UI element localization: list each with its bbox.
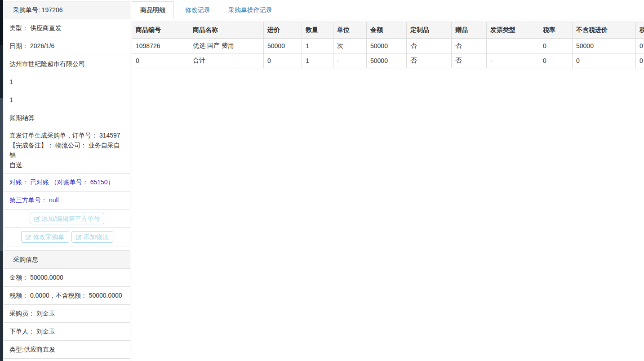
col-header-customized: 定制品 bbox=[407, 22, 452, 39]
cell-price-excl-tax: 50000 bbox=[573, 39, 636, 53]
col-header-amount: 金额 bbox=[367, 22, 407, 39]
nav-strip-segment bbox=[0, 0, 3, 45]
modify-purchase-order-button[interactable]: 修改采购单 bbox=[21, 231, 69, 243]
reconciliation-link[interactable]: 对账： 已对账 （对账单号： 65150） bbox=[4, 174, 130, 192]
cell-customized: 否 bbox=[407, 39, 452, 53]
col-header-product-name: 商品名称 bbox=[189, 22, 264, 39]
purchase-order-page: 采购单号: 197206 类型： 供应商直发 日期： 2026/1/6 达州市世… bbox=[0, 0, 644, 361]
edit-icon bbox=[34, 216, 40, 222]
cell-tax-amount: 0 bbox=[636, 53, 644, 68]
order-sidebar: 采购单号: 197206 类型： 供应商直发 日期： 2026/1/6 达州市世… bbox=[4, 0, 130, 361]
edit-icon bbox=[76, 234, 82, 240]
edit-third-party-number-button[interactable]: 添加/编辑第三方单号 bbox=[30, 213, 105, 224]
order-number-header: 采购单号: 197206 bbox=[4, 1, 130, 19]
goods-table-header-row: 商品编号 商品名称 进价 数量 单位 金额 定制品 赠品 发票类型 税率 不含税… bbox=[132, 22, 644, 39]
supplier-name-row: 达州市世纪隆超市有限公司 bbox=[4, 55, 130, 73]
goods-table-total-row: 0 合计 0 1 - 50000 否 否 - 0 0 0 bbox=[132, 53, 644, 68]
col-header-invoice-type: 发票类型 bbox=[487, 22, 539, 39]
order-remark-row: 直发订单生成采购单，订单号： 314597 【完成备注】： 物流公司： 业务自采… bbox=[4, 127, 130, 174]
tax-amount-row: 税额： 0.0000，不含税额： 50000.0000 bbox=[4, 287, 130, 305]
quantity-row: 1 bbox=[4, 73, 130, 91]
edit-third-party-number-label: 添加/编辑第三方单号 bbox=[42, 214, 100, 223]
goods-table-row: 1098726 优选 国产 费用 50000 1 次 50000 否 否 0 5… bbox=[132, 39, 644, 53]
order-actions-button-row: 修改采购单 添加物流 bbox=[4, 228, 130, 246]
cell-customized: 否 bbox=[407, 53, 452, 68]
cell-product-code: 1098726 bbox=[132, 39, 189, 53]
nav-strip-segment bbox=[0, 251, 3, 361]
purchase-type-row: 类型:供应商直发 bbox=[4, 341, 130, 359]
col-header-tax-rate: 税率 bbox=[539, 22, 573, 39]
tab-modify-records[interactable]: 修改记录 bbox=[178, 2, 217, 19]
cell-gift: 否 bbox=[452, 53, 487, 68]
third-party-number-link[interactable]: 第三方单号： null bbox=[4, 192, 130, 209]
amount-row: 金额： 50000.0000 bbox=[4, 269, 130, 287]
purchase-info-panel: 采购信息 金额： 50000.0000 税额： 0.0000，不含税额： 500… bbox=[4, 250, 130, 361]
detail-tabbar: 商品明细 修改记录 采购单操作记录 bbox=[132, 1, 644, 19]
cell-gift: 否 bbox=[452, 39, 487, 53]
remark-line: 自送 bbox=[9, 160, 124, 170]
nav-strip-segment bbox=[0, 45, 3, 98]
count-row: 1 bbox=[4, 91, 130, 109]
order-date-row: 日期： 2026/1/6 bbox=[4, 37, 130, 55]
cell-tax-amount: 0 bbox=[636, 39, 644, 53]
goods-table: 商品编号 商品名称 进价 数量 单位 金额 定制品 赠品 发票类型 税率 不含税… bbox=[132, 22, 644, 68]
nav-strip-segment bbox=[0, 98, 3, 251]
cell-product-name: 合计 bbox=[189, 53, 264, 68]
col-header-gift: 赠品 bbox=[452, 22, 487, 39]
cell-tax-rate: 0 bbox=[539, 53, 573, 68]
col-header-tax-amount: 税额 bbox=[636, 22, 644, 39]
order-summary-panel: 采购单号: 197206 类型： 供应商直发 日期： 2026/1/6 达州市世… bbox=[4, 1, 130, 246]
purchaser-row: 采购员： 刘金玉 bbox=[4, 305, 130, 323]
cell-product-code: 0 bbox=[132, 53, 189, 68]
cell-invoice-type: - bbox=[487, 53, 539, 68]
remark-line: 【完成备注】： 物流公司： 业务自采自销 bbox=[9, 140, 124, 160]
col-header-quantity: 数量 bbox=[302, 22, 333, 39]
cell-amount: 50000 bbox=[367, 39, 407, 53]
order-placer-row: 下单人： 刘金玉 bbox=[4, 323, 130, 341]
tab-order-operation-records[interactable]: 采购单操作记录 bbox=[222, 2, 279, 19]
purchase-info-header: 采购信息 bbox=[4, 251, 130, 269]
order-type-row: 类型： 供应商直发 bbox=[4, 19, 130, 37]
col-header-price-excl-tax: 不含税进价 bbox=[573, 22, 636, 39]
cell-quantity: 1 bbox=[302, 39, 333, 53]
cell-amount: 50000 bbox=[367, 53, 407, 68]
cell-invoice-type bbox=[487, 39, 539, 53]
third-party-button-row: 添加/编辑第三方单号 bbox=[4, 209, 130, 228]
add-logistics-label: 添加物流 bbox=[84, 233, 109, 241]
settlement-type-row: 账期结算 bbox=[4, 109, 130, 127]
col-header-product-code: 商品编号 bbox=[132, 22, 189, 39]
tab-goods-detail[interactable]: 商品明细 bbox=[132, 1, 174, 19]
cell-unit: 次 bbox=[333, 39, 367, 53]
cell-quantity: 1 bbox=[302, 53, 333, 68]
cell-purchase-price: 0 bbox=[264, 53, 302, 68]
remark-line: 直发订单生成采购单，订单号： 314597 bbox=[9, 130, 124, 140]
cell-unit: - bbox=[333, 53, 367, 68]
cell-product-name: 优选 国产 费用 bbox=[189, 39, 264, 53]
col-header-unit: 单位 bbox=[333, 22, 367, 39]
payment-status-row: 付款状态:已付款 bbox=[4, 359, 130, 361]
main-content: 商品明细 修改记录 采购单操作记录 商品编号 商品名称 进价 数量 单位 bbox=[132, 0, 644, 361]
collapsed-nav-strip bbox=[0, 0, 3, 361]
cell-tax-rate: 0 bbox=[539, 39, 573, 53]
goods-table-wrap: 商品编号 商品名称 进价 数量 单位 金额 定制品 赠品 发票类型 税率 不含税… bbox=[132, 22, 644, 68]
edit-icon bbox=[26, 234, 31, 240]
cell-price-excl-tax: 0 bbox=[573, 53, 636, 68]
add-logistics-button[interactable]: 添加物流 bbox=[71, 231, 113, 243]
modify-purchase-order-label: 修改采购单 bbox=[33, 233, 65, 241]
col-header-purchase-price: 进价 bbox=[264, 22, 302, 39]
cell-purchase-price: 50000 bbox=[264, 39, 302, 53]
